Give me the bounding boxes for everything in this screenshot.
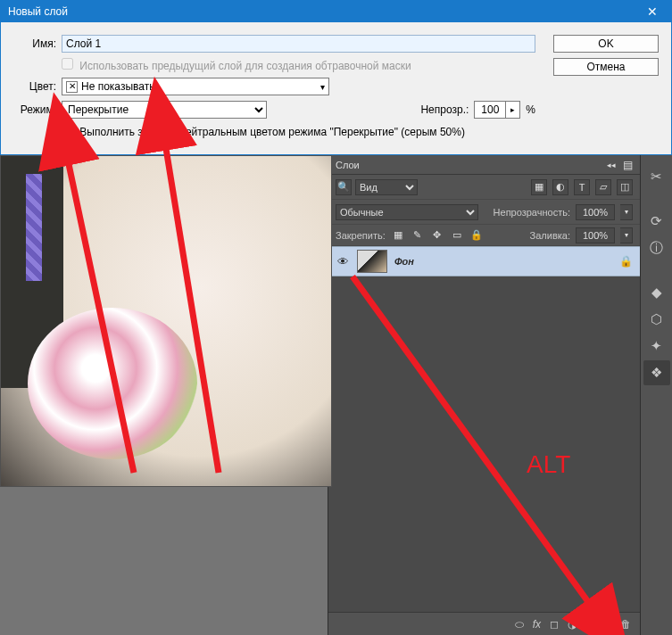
swatches-icon[interactable]: ⬡ xyxy=(643,307,670,332)
percent-label: % xyxy=(526,103,535,116)
filter-smart-icon[interactable]: ◫ xyxy=(617,179,633,195)
link-layers-icon[interactable]: ⬭ xyxy=(515,618,524,631)
layers-icon[interactable]: ❖ xyxy=(643,360,670,385)
dialog-title: Новый слой xyxy=(8,5,68,18)
lock-all-icon[interactable]: 🔒 xyxy=(469,228,484,243)
layers-panel-title: Слои xyxy=(336,160,360,170)
layer-list-empty xyxy=(328,276,640,612)
layers-footer: ⬭ fx ◻ ◑ 🗀 ⎘ 🗑 xyxy=(328,612,640,635)
opacity-input[interactable] xyxy=(474,101,506,119)
layer-thumbnail[interactable] xyxy=(357,250,387,273)
clip-mask-checkbox: Использовать предыдущий слой для создани… xyxy=(62,58,411,72)
lock-label: Закрепить: xyxy=(336,230,386,241)
layer-name[interactable]: Фон xyxy=(394,256,612,267)
add-adjustment-icon[interactable]: ◑ xyxy=(568,618,577,631)
ok-button[interactable]: OK xyxy=(553,35,659,53)
fill-neutral-checkbox[interactable]: Выполнить заливку нейтральным цветом реж… xyxy=(62,124,465,138)
layer-styles-icon[interactable]: fx xyxy=(533,618,541,631)
opacity-label: Непрозр.: xyxy=(420,103,469,116)
properties-icon[interactable]: ✂ xyxy=(643,164,670,189)
cube-icon[interactable]: ◆ xyxy=(643,280,670,305)
lock-artboard-icon[interactable]: ▭ xyxy=(450,228,464,243)
filter-pixel-icon[interactable]: ▦ xyxy=(531,179,547,195)
search-icon[interactable]: 🔍 xyxy=(336,179,352,195)
layer-opacity-input[interactable] xyxy=(576,204,615,220)
add-mask-icon[interactable]: ◻ xyxy=(550,618,559,631)
fill-caret[interactable]: ▾ xyxy=(620,227,633,243)
workspace: Слои ◂◂ ▤ 🔍 Вид ▦ ◐ T ▱ ◫ xyxy=(0,155,672,635)
lock-pixels-icon[interactable]: ✎ xyxy=(411,228,425,243)
filter-shape-icon[interactable]: ▱ xyxy=(595,179,611,195)
dialog-close-button[interactable]: ✕ xyxy=(634,1,671,22)
info-icon[interactable]: ⓘ xyxy=(643,235,670,260)
color-label: Цвет: xyxy=(13,80,56,93)
paths-icon[interactable]: ✦ xyxy=(643,334,670,359)
blend-mode-select[interactable]: Перекрытие xyxy=(62,101,267,119)
name-label: Имя: xyxy=(13,37,56,50)
panel-menu-button[interactable]: ▤ xyxy=(623,159,633,171)
layer-blend-select[interactable]: Обычные xyxy=(336,204,478,220)
new-layer-icon[interactable]: ⎘ xyxy=(605,618,611,631)
panel-collapse-button[interactable]: ◂◂ xyxy=(605,161,618,169)
filter-kind-select[interactable]: Вид xyxy=(355,179,418,195)
layers-panel: Слои ◂◂ ▤ 🔍 Вид ▦ ◐ T ▱ ◫ xyxy=(328,155,640,635)
clip-mask-check xyxy=(62,58,73,70)
delete-layer-icon[interactable]: 🗑 xyxy=(620,618,631,631)
layer-item-background[interactable]: 👁 Фон 🔒 xyxy=(328,246,640,276)
filter-adjust-icon[interactable]: ◐ xyxy=(552,179,568,195)
opacity-caret[interactable]: ▾ xyxy=(620,204,633,220)
layer-opacity-label: Непрозрачность: xyxy=(494,207,570,218)
history-icon[interactable]: ⟳ xyxy=(643,209,670,234)
new-layer-dialog: Новый слой ✕ Имя: Использовать предыдущи… xyxy=(0,0,672,155)
dialog-titlebar[interactable]: Новый слой ✕ xyxy=(1,1,671,22)
lock-position-icon[interactable]: ✥ xyxy=(430,228,444,243)
new-group-icon[interactable]: 🗀 xyxy=(585,618,596,631)
lock-transparency-icon[interactable]: ▦ xyxy=(391,228,405,243)
visibility-toggle[interactable]: 👁 xyxy=(336,255,350,268)
document-canvas[interactable] xyxy=(0,155,332,487)
right-toolstrip: ✂ ⟳ ⓘ ◆ ⬡ ✦ ❖ xyxy=(640,155,672,635)
fill-label: Заливка: xyxy=(530,230,570,241)
filter-type-icon[interactable]: T xyxy=(574,179,590,195)
opacity-flyout-button[interactable]: ▸ xyxy=(506,101,520,119)
layer-name-input[interactable] xyxy=(62,35,535,53)
fill-neutral-check[interactable] xyxy=(62,124,73,136)
color-select[interactable]: ✕ Не показывать ▾ xyxy=(62,78,329,95)
lock-icon[interactable]: 🔒 xyxy=(619,255,633,268)
none-icon: ✕ xyxy=(66,81,78,93)
cancel-button[interactable]: Отмена xyxy=(553,58,659,76)
mode-label: Режим: xyxy=(13,103,56,116)
chevron-down-icon: ▾ xyxy=(320,82,325,92)
canvas-area xyxy=(0,155,328,635)
layer-fill-input[interactable] xyxy=(576,227,615,243)
